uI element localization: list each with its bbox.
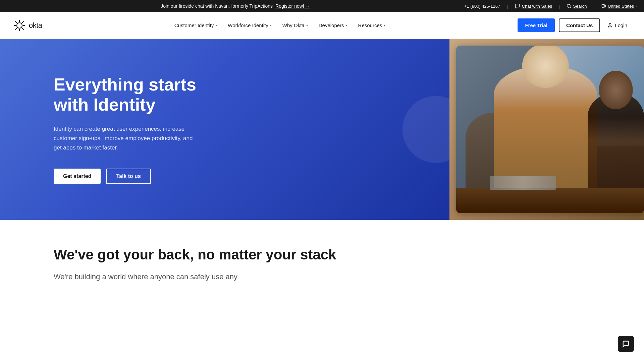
nav-developers[interactable]: Developers ▾ <box>314 20 352 31</box>
hero-subtext: Identity can create great user experienc… <box>54 124 195 153</box>
chat-bubble-icon <box>515 3 520 9</box>
announcement-bar: Join our fireside chat with Navan, forme… <box>0 0 644 12</box>
chat-label: Chat with Sales <box>522 4 552 9</box>
talk-to-us-button[interactable]: Talk to us <box>106 169 151 184</box>
login-button[interactable]: Login <box>604 20 631 31</box>
stack-heading: We've got your back, no matter your stac… <box>54 247 590 263</box>
nav-customer-identity[interactable]: Customer Identity ▾ <box>170 20 222 31</box>
get-started-button[interactable]: Get started <box>54 169 101 184</box>
why-okta-chevron-icon: ▾ <box>306 23 308 27</box>
resources-chevron-icon: ▾ <box>384 23 385 27</box>
nav-resources[interactable]: Resources ▾ <box>354 20 390 31</box>
svg-line-10 <box>22 21 23 23</box>
login-label: Login <box>615 22 627 28</box>
okta-logo-text: okta <box>29 21 42 30</box>
region-selector[interactable]: United States ▾ <box>601 4 637 9</box>
okta-logo-symbol <box>13 19 25 32</box>
hero-buttons: Get started Talk to us <box>54 169 423 184</box>
workforce-identity-chevron-icon: ▾ <box>270 23 272 27</box>
announcement-text: Join our fireside chat with Navan, forme… <box>161 3 273 9</box>
svg-point-13 <box>609 23 611 25</box>
okta-logo[interactable]: okta <box>13 19 42 32</box>
svg-line-1 <box>570 7 571 8</box>
free-trial-button[interactable]: Free Trial <box>518 18 555 32</box>
svg-point-0 <box>567 4 570 7</box>
globe-icon <box>601 4 606 8</box>
region-label: United States <box>608 4 634 9</box>
nav-links: Customer Identity ▾ Workforce Identity ▾… <box>170 20 390 31</box>
main-navigation: okta Customer Identity ▾ Workforce Ident… <box>0 12 644 39</box>
search-icon <box>567 4 571 8</box>
search-label: Search <box>573 4 587 9</box>
stack-subtext: We're building a world where anyone can … <box>54 271 288 283</box>
hero-right-panel <box>449 39 644 220</box>
hero-heading: Everything starts with Identity <box>54 75 215 115</box>
search-link[interactable]: Search <box>567 4 587 9</box>
stack-section: We've got your back, no matter your stac… <box>0 220 644 296</box>
region-chevron-icon: ▾ <box>636 4 637 8</box>
chat-with-sales-link[interactable]: Chat with Sales <box>515 3 552 9</box>
svg-line-8 <box>15 21 17 23</box>
nav-why-okta[interactable]: Why Okta ▾ <box>278 20 313 31</box>
nav-actions: Free Trial Contact Us Login <box>518 18 631 32</box>
user-icon <box>607 23 613 28</box>
hero-left-panel: Everything starts with Identity Identity… <box>0 39 449 220</box>
register-link[interactable]: Register now! → <box>275 3 310 9</box>
svg-point-12 <box>17 22 22 28</box>
developers-chevron-icon: ▾ <box>346 23 347 27</box>
contact-us-button[interactable]: Contact Us <box>559 18 600 32</box>
nav-workforce-identity[interactable]: Workforce Identity ▾ <box>223 20 276 31</box>
hero-section: Everything starts with Identity Identity… <box>0 39 644 220</box>
svg-line-11 <box>15 28 17 29</box>
svg-line-9 <box>22 28 23 29</box>
customer-identity-chevron-icon: ▾ <box>215 23 217 27</box>
phone-number: +1 (800) 425-1267 <box>464 4 500 9</box>
hero-image <box>456 46 644 213</box>
